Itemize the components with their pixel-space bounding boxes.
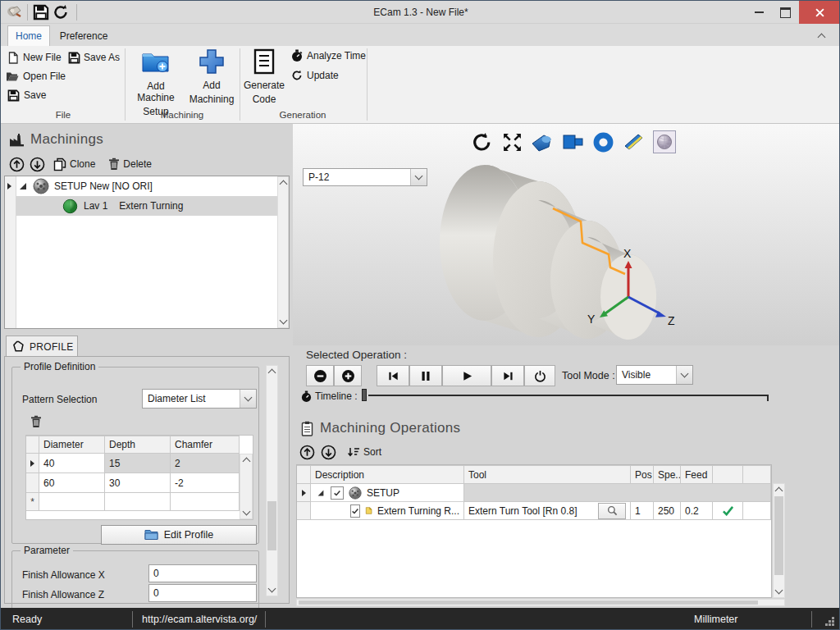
col-diameter[interactable]: Diameter — [39, 436, 105, 454]
profile-tab[interactable]: PROFILE — [6, 336, 78, 357]
grid-cell[interactable]: 15 — [105, 454, 171, 473]
finish-allowance-x-field[interactable] — [148, 564, 257, 582]
sort-button[interactable]: Sort — [347, 446, 381, 459]
generate-code-button[interactable]: Generate Code — [244, 48, 285, 108]
play-button[interactable] — [442, 365, 491, 386]
grid-cell[interactable]: 40 — [39, 454, 105, 473]
update-button[interactable]: Update — [291, 69, 339, 82]
pause-button[interactable] — [409, 365, 442, 386]
scroll-up-button[interactable] — [278, 177, 288, 189]
maximize-button[interactable] — [772, 1, 798, 24]
finish-allowance-z-field[interactable] — [148, 584, 257, 602]
col-description[interactable]: Description — [311, 465, 464, 484]
op-move-up-button[interactable] — [299, 445, 315, 460]
scroll-thumb[interactable] — [299, 600, 758, 605]
timeline-track[interactable] — [368, 395, 769, 396]
tab-preference[interactable]: Preference — [52, 25, 116, 46]
col-pos[interactable]: Pos — [631, 465, 654, 484]
analyze-time-button[interactable]: Analyze Time — [291, 49, 366, 62]
expander-expanded-icon[interactable] — [318, 490, 324, 495]
ops-op-row-description[interactable]: Extern Turning R... — [311, 502, 464, 520]
grid-cell-empty[interactable] — [39, 493, 105, 511]
tool-search-button[interactable] — [598, 503, 626, 519]
ops-setup-row-fill[interactable] — [464, 484, 771, 502]
scroll-down-button[interactable] — [774, 586, 784, 597]
grid-cell[interactable]: -2 — [171, 473, 240, 493]
tool-mode-combo[interactable]: Visible — [616, 365, 693, 385]
col-check[interactable] — [713, 465, 743, 484]
col-chamfer[interactable]: Chamfer — [171, 436, 240, 454]
operations-scrollbar[interactable] — [773, 483, 785, 598]
timeline-slider[interactable] — [362, 388, 772, 403]
col-depth[interactable]: Depth — [105, 436, 171, 454]
scroll-thumb[interactable] — [774, 496, 783, 575]
side-view-icon[interactable] — [562, 133, 585, 151]
col-speed[interactable]: Spe... — [654, 465, 681, 484]
expander-expanded-icon[interactable] — [20, 183, 26, 189]
combo-drop-button[interactable] — [240, 390, 256, 408]
grid-cell[interactable]: 2 — [171, 454, 240, 473]
front-view-icon[interactable] — [593, 132, 614, 153]
op-move-down-button[interactable] — [321, 445, 336, 460]
move-up-button[interactable] — [9, 157, 25, 172]
tree-scrollbar[interactable] — [277, 176, 289, 328]
ops-op-row-check[interactable] — [713, 502, 743, 520]
ops-setup-row-description[interactable]: SETUP — [311, 484, 464, 502]
grid-cell[interactable]: 30 — [105, 473, 171, 493]
add-machining-button[interactable]: Add Machining — [186, 48, 237, 108]
skip-end-button[interactable] — [491, 365, 524, 386]
rotate-view-icon[interactable] — [472, 132, 492, 153]
clone-button[interactable]: Clone — [53, 158, 95, 171]
scroll-up-button[interactable] — [240, 454, 252, 466]
skip-start-button[interactable] — [377, 365, 409, 386]
tab-home[interactable]: Home — [7, 25, 50, 46]
ops-op-row-feed[interactable]: 0.2 — [681, 502, 713, 520]
grid-scrollbar[interactable] — [240, 454, 253, 519]
combo-drop-button[interactable] — [676, 366, 692, 384]
scroll-up-button[interactable] — [267, 366, 277, 377]
timeline-thumb[interactable] — [362, 389, 367, 401]
tree-row-operation[interactable]: Lav 1 Extern Turning — [16, 196, 277, 216]
viewport[interactable]: P-12 — [293, 124, 840, 345]
operation-checkbox[interactable] — [350, 504, 360, 518]
save-button[interactable]: Save — [7, 88, 46, 103]
grid-delete-row-button[interactable] — [30, 415, 43, 430]
resize-grip[interactable] — [824, 616, 835, 627]
iso-view-icon[interactable] — [531, 132, 554, 152]
pattern-selection-combo[interactable]: Diameter List — [142, 389, 257, 409]
scroll-down-button[interactable] — [267, 584, 277, 596]
material-view-icon[interactable] — [653, 130, 676, 153]
power-button[interactable] — [524, 365, 555, 386]
step-plus-button[interactable] — [334, 365, 362, 386]
add-machine-setup-button[interactable]: Add Machine Setup — [129, 48, 183, 108]
grid-cell-empty[interactable] — [171, 493, 240, 511]
minimize-button[interactable] — [746, 1, 772, 24]
grid-cell-empty[interactable] — [105, 493, 171, 511]
delete-button[interactable]: Delete — [108, 158, 152, 171]
col-feed[interactable]: Feed — [681, 465, 713, 484]
ops-op-row-tool[interactable]: Extern Turn Tool [Rn 0.8] — [464, 502, 631, 520]
scroll-down-button[interactable] — [240, 507, 252, 518]
ops-op-row-extra[interactable] — [743, 502, 771, 520]
ops-op-row-pos[interactable]: 1 — [631, 502, 654, 520]
setup-checkbox[interactable] — [331, 486, 344, 500]
col-extra[interactable] — [743, 465, 771, 484]
save-as-button[interactable]: Save As — [68, 50, 120, 65]
step-minus-button[interactable] — [306, 365, 334, 386]
ribbon-collapse-button[interactable] — [811, 29, 831, 43]
col-tool[interactable]: Tool — [464, 465, 631, 484]
section-view-icon[interactable] — [622, 131, 645, 153]
scroll-down-button[interactable] — [278, 316, 288, 327]
grid-cell[interactable]: 60 — [39, 473, 105, 493]
operations-hscrollbar[interactable] — [296, 599, 785, 606]
move-down-button[interactable] — [30, 157, 45, 172]
tree-row-setup[interactable]: SETUP New [NO ORI] — [5, 176, 277, 196]
open-file-button[interactable]: Open File — [6, 69, 66, 84]
ops-op-row-speed[interactable]: 250 — [654, 502, 681, 520]
fit-view-icon[interactable] — [502, 132, 523, 153]
edit-profile-button[interactable]: Edit Profile — [101, 525, 257, 545]
part-3d-model[interactable]: X Y Z — [341, 153, 686, 345]
status-url[interactable]: http://ecam.altervista.org/ — [142, 614, 257, 625]
scroll-thumb[interactable] — [267, 501, 276, 550]
profile-scrollbar[interactable] — [266, 365, 278, 596]
